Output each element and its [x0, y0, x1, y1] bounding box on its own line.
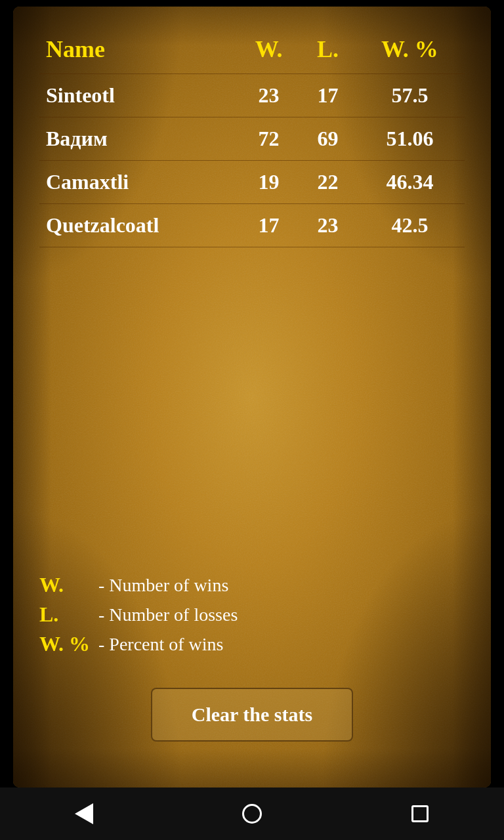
- col-header-wins: W.: [237, 26, 301, 74]
- col-header-losses: L.: [301, 26, 355, 74]
- player-name: Camaxtli: [39, 161, 237, 204]
- clear-stats-button[interactable]: Clear the stats: [151, 688, 353, 742]
- player-name: Sinteotl: [39, 74, 237, 117]
- legend-winpct: W. % - Percent of wins: [39, 632, 465, 656]
- player-wins: 72: [237, 117, 301, 161]
- player-wins: 17: [237, 204, 301, 247]
- table-row: Sinteotl231757.5: [39, 74, 465, 117]
- col-header-name: Name: [39, 26, 237, 74]
- clear-button-wrapper: Clear the stats: [39, 688, 465, 742]
- legend-winpct-key: W. %: [39, 632, 98, 656]
- player-wins: 23: [237, 74, 301, 117]
- player-losses: 23: [301, 204, 355, 247]
- legend-wins-desc: - Number of wins: [98, 575, 228, 596]
- legend-winpct-desc: - Percent of wins: [98, 634, 224, 655]
- player-losses: 69: [301, 117, 355, 161]
- player-losses: 22: [301, 161, 355, 204]
- screen: Name W. L. W. % Sinteotl231757.5Вадим726…: [0, 0, 504, 840]
- player-name: Quetzalcoatl: [39, 204, 237, 247]
- player-winpct: 46.34: [355, 161, 465, 204]
- parchment-background: Name W. L. W. % Sinteotl231757.5Вадим726…: [13, 7, 491, 788]
- col-header-winpct: W. %: [355, 26, 465, 74]
- back-button[interactable]: [64, 794, 104, 833]
- legend-section: W. - Number of wins L. - Number of losse…: [39, 573, 465, 668]
- player-name: Вадим: [39, 117, 237, 161]
- stats-table: Name W. L. W. % Sinteotl231757.5Вадим726…: [39, 26, 465, 247]
- home-icon: [242, 804, 262, 824]
- legend-wins: W. - Number of wins: [39, 573, 465, 597]
- table-row: Вадим726951.06: [39, 117, 465, 161]
- home-button[interactable]: [232, 794, 272, 833]
- legend-wins-key: W.: [39, 573, 98, 597]
- player-winpct: 51.06: [355, 117, 465, 161]
- main-content: Name W. L. W. % Sinteotl231757.5Вадим726…: [13, 7, 491, 788]
- legend-losses-key: L.: [39, 602, 98, 627]
- recents-button[interactable]: [400, 794, 440, 833]
- table-row: Camaxtli192246.34: [39, 161, 465, 204]
- legend-losses: L. - Number of losses: [39, 602, 465, 627]
- legend-losses-desc: - Number of losses: [98, 604, 238, 625]
- recents-icon: [411, 805, 429, 822]
- back-icon: [75, 803, 93, 824]
- player-losses: 17: [301, 74, 355, 117]
- navigation-bar: [0, 788, 504, 840]
- player-wins: 19: [237, 161, 301, 204]
- player-winpct: 42.5: [355, 204, 465, 247]
- table-row: Quetzalcoatl172342.5: [39, 204, 465, 247]
- player-winpct: 57.5: [355, 74, 465, 117]
